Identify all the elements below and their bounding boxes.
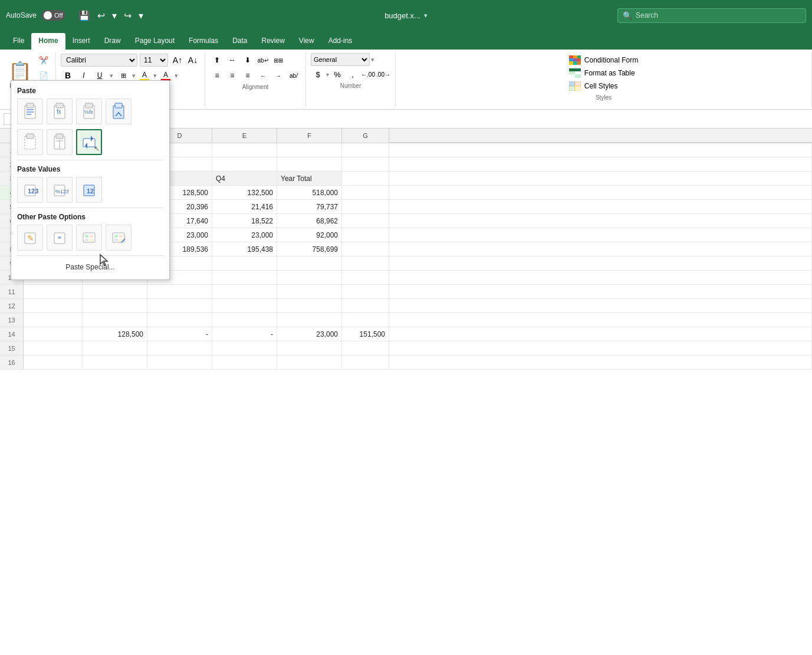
cell-E10[interactable] xyxy=(212,271,277,285)
align-middle[interactable]: ↔ xyxy=(225,53,239,67)
format-as-table-button[interactable]: Format as Table xyxy=(566,67,642,79)
cell-F5[interactable]: 79,737 xyxy=(277,200,342,214)
cell-D15[interactable] xyxy=(147,341,212,356)
cell-F11[interactable] xyxy=(277,285,342,299)
cell-F4[interactable]: 518,000 xyxy=(277,186,342,200)
decrease-decimal[interactable]: ←.00 xyxy=(361,67,375,81)
cell-G7[interactable] xyxy=(342,228,389,242)
paste-special-link[interactable]: Paste Special... xyxy=(17,261,163,274)
border-dropdown[interactable]: ▾ xyxy=(132,72,136,80)
align-bottom[interactable]: ⬇ xyxy=(241,53,255,67)
tab-review[interactable]: Review xyxy=(254,33,291,50)
cell-C13[interactable] xyxy=(83,313,147,327)
cell-B13[interactable] xyxy=(24,313,83,327)
undo-button[interactable]: ↩ xyxy=(95,9,107,22)
percent-button[interactable]: % xyxy=(330,67,344,81)
tab-add-ins[interactable]: Add-ins xyxy=(321,33,360,50)
fill-color-dropdown[interactable]: ▾ xyxy=(153,72,157,80)
paste-formatting-button[interactable]: ✎ xyxy=(17,225,43,251)
increase-indent[interactable]: → xyxy=(271,68,285,83)
cell-D16[interactable] xyxy=(147,356,212,370)
increase-decimal[interactable]: .00→ xyxy=(376,67,390,81)
cell-G2[interactable] xyxy=(342,157,389,172)
paste-values-number-button[interactable]: %123 xyxy=(47,177,73,203)
cell-G16[interactable] xyxy=(342,356,389,370)
currency-dropdown[interactable]: ▾ xyxy=(326,71,329,78)
cell-C12[interactable] xyxy=(83,299,147,313)
undo-dropdown[interactable]: ▾ xyxy=(110,9,119,22)
tab-data[interactable]: Data xyxy=(225,33,254,50)
cell-E15[interactable] xyxy=(212,341,277,356)
search-box[interactable]: 🔍 xyxy=(617,8,806,23)
cell-G4[interactable] xyxy=(342,186,389,200)
cell-G9[interactable] xyxy=(342,256,389,271)
cell-E11[interactable] xyxy=(212,285,277,299)
align-top[interactable]: ⬆ xyxy=(210,53,224,67)
tab-page-layout[interactable]: Page Layout xyxy=(128,33,182,50)
conditional-format-button[interactable]: Conditional Form xyxy=(566,54,642,66)
cell-F16[interactable] xyxy=(277,356,342,370)
cell-E3[interactable]: Q4 xyxy=(212,172,277,186)
paste-keep-col-widths-button[interactable] xyxy=(47,129,73,155)
wrap-text[interactable]: ab↵ xyxy=(256,53,270,67)
cut-button[interactable]: ✂️ xyxy=(37,53,51,67)
cell-B11[interactable] xyxy=(24,285,83,299)
cell-E6[interactable]: 18,522 xyxy=(212,214,277,228)
tab-draw[interactable]: Draw xyxy=(97,33,128,50)
font-family-select[interactable]: Calibri xyxy=(61,54,137,67)
cell-F14[interactable]: 23,000 xyxy=(277,327,342,341)
cell-F12[interactable] xyxy=(277,299,342,313)
cell-G8[interactable] xyxy=(342,242,389,256)
redo-button[interactable]: ↪ xyxy=(121,9,134,22)
cell-G3[interactable] xyxy=(342,172,389,186)
number-format-dropdown[interactable]: ▾ xyxy=(371,56,374,64)
cell-F2[interactable] xyxy=(277,157,342,172)
align-left[interactable]: ≡ xyxy=(210,68,224,83)
cell-E12[interactable] xyxy=(212,299,277,313)
cell-F15[interactable] xyxy=(277,341,342,356)
quick-access-dropdown[interactable]: ▾ xyxy=(136,9,146,22)
cell-styles-button[interactable]: Cell Styles xyxy=(566,80,642,92)
cell-E9[interactable] xyxy=(212,256,277,271)
search-input[interactable] xyxy=(636,11,801,19)
tab-formulas[interactable]: Formulas xyxy=(182,33,225,50)
tab-insert[interactable]: Insert xyxy=(65,33,97,50)
autosave-toggle[interactable]: Off xyxy=(41,10,65,21)
col-header-G[interactable]: G xyxy=(342,129,389,143)
col-header-E[interactable]: E xyxy=(212,129,277,143)
cell-C11[interactable] xyxy=(83,285,147,299)
paste-no-borders-button[interactable] xyxy=(17,129,43,155)
cell-G6[interactable] xyxy=(342,214,389,228)
cell-G13[interactable] xyxy=(342,313,389,327)
cell-F3[interactable]: Year Total xyxy=(277,172,342,186)
paste-as-picture-button[interactable] xyxy=(76,225,102,251)
cell-E14[interactable]: - xyxy=(212,327,277,341)
number-format-select[interactable]: General xyxy=(311,53,370,66)
cell-G12[interactable] xyxy=(342,299,389,313)
font-color-dropdown[interactable]: ▾ xyxy=(175,72,178,80)
paste-formulas-button[interactable]: fx xyxy=(47,98,73,124)
cell-G14[interactable]: 151,500 xyxy=(342,327,389,341)
cell-E7[interactable]: 23,000 xyxy=(212,228,277,242)
paste-link-button[interactable] xyxy=(47,225,73,251)
col-header-F[interactable]: F xyxy=(277,129,342,143)
cell-E16[interactable] xyxy=(212,356,277,370)
formula-input[interactable] xyxy=(88,114,808,124)
cell-F7[interactable]: 92,000 xyxy=(277,228,342,242)
cell-B16[interactable] xyxy=(24,356,83,370)
cell-E1[interactable] xyxy=(212,143,277,157)
font-size-select[interactable]: 11 xyxy=(140,54,168,67)
cell-B15[interactable] xyxy=(24,341,83,356)
cell-F6[interactable]: 68,962 xyxy=(277,214,342,228)
cell-E8[interactable]: 195,438 xyxy=(212,242,277,256)
tab-view[interactable]: View xyxy=(292,33,321,50)
save-button[interactable]: 💾 xyxy=(76,9,93,22)
tab-file[interactable]: File xyxy=(6,33,31,50)
cell-F8[interactable]: 758,699 xyxy=(277,242,342,256)
paste-keep-source-button[interactable] xyxy=(106,98,132,124)
cell-G15[interactable] xyxy=(342,341,389,356)
tab-home[interactable]: Home xyxy=(31,33,65,50)
cell-G1[interactable] xyxy=(342,143,389,157)
cell-D12[interactable] xyxy=(147,299,212,313)
orientation-button[interactable]: ab/ xyxy=(287,68,301,83)
